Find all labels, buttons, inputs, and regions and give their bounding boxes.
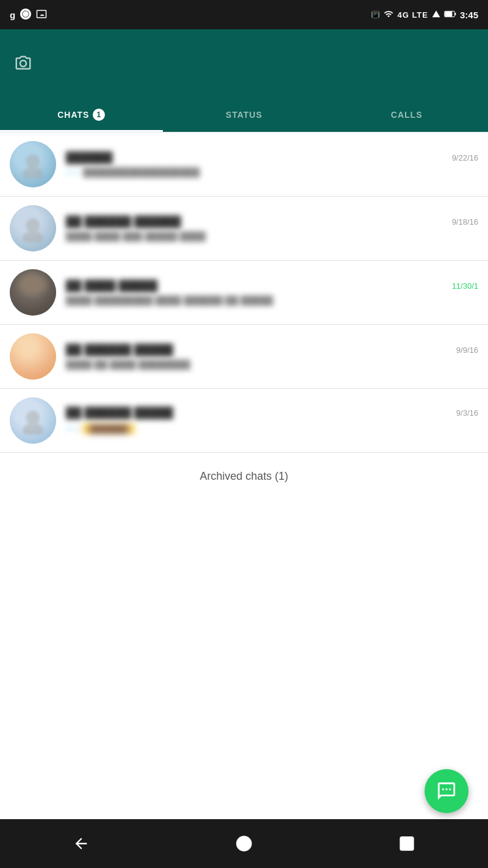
svg-point-9 xyxy=(237,836,251,850)
archived-chats-label: Archived chats (1) xyxy=(199,470,288,482)
g-icon: g xyxy=(10,10,15,20)
chat-preview: ████ █████████ ████ ██████ ██ █████ xyxy=(66,295,478,306)
chat-top-row: ██ ██████ ██████ 9/18/16 xyxy=(66,215,478,228)
avatar xyxy=(10,269,56,316)
chat-preview: ✓✓ ██████████████████ xyxy=(66,167,478,178)
svg-point-8 xyxy=(23,424,43,435)
svg-point-3 xyxy=(26,154,40,168)
svg-point-4 xyxy=(23,167,43,178)
avatar xyxy=(10,333,56,380)
chat-preview: ████ ██ ████ ████████ xyxy=(66,360,478,370)
chat-time: 9/3/16 xyxy=(456,408,478,418)
chat-top-row: ██ ████ █████ 11/30/1 xyxy=(66,280,478,292)
avatar xyxy=(10,205,56,251)
tab-chats-label: CHATS xyxy=(57,110,89,120)
home-button[interactable] xyxy=(226,825,262,862)
bottom-nav-bar xyxy=(0,819,488,868)
chat-time: 11/30/1 xyxy=(452,281,478,291)
signal-triangle-icon xyxy=(432,10,440,20)
chat-content: ██ ██████ ██████ 9/18/16 ████ ████ ███ █… xyxy=(66,215,478,242)
svg-point-5 xyxy=(26,219,40,232)
avatar xyxy=(10,141,56,187)
chat-time: 9/22/16 xyxy=(452,153,478,162)
back-button[interactable] xyxy=(63,825,99,862)
spacer xyxy=(0,500,488,819)
chat-item[interactable]: ██████ 9/22/16 ✓✓ ██████████████████ xyxy=(0,132,488,196)
lte-label: 4G LTE xyxy=(397,10,428,20)
vibrate-icon: 📳 xyxy=(371,10,380,19)
chat-time: 9/9/16 xyxy=(456,345,478,355)
sticker-preview: ███████ xyxy=(83,422,134,435)
svg-point-7 xyxy=(26,411,40,424)
main-content: ██████ 9/22/16 ✓✓ ██████████████████ ██ … xyxy=(0,132,488,819)
chat-name: ██ ██████ █████ xyxy=(66,344,451,356)
svg-rect-10 xyxy=(400,837,413,850)
avatar xyxy=(10,397,56,444)
chat-item[interactable]: ██ ██████ █████ 9/9/16 ████ ██ ████ ████… xyxy=(0,325,488,388)
status-bar-left-icons: g xyxy=(10,9,47,21)
new-chat-fab[interactable] xyxy=(425,769,468,813)
recents-button[interactable] xyxy=(389,825,425,862)
tab-calls[interactable]: CALLS xyxy=(325,98,488,132)
status-bar-right-icons: 📳 4G LTE 3:45 xyxy=(371,9,478,21)
app-header xyxy=(0,29,488,98)
chat-item[interactable]: ██ ████ █████ 11/30/1 ████ █████████ ███… xyxy=(0,261,488,324)
chat-preview: ████ ████ ███ █████ ████ xyxy=(66,231,478,242)
chat-item[interactable]: ██ ██████ █████ 9/3/16 ✓✓ ███████ xyxy=(0,389,488,452)
camera-button[interactable] xyxy=(10,50,37,77)
double-check-icon: ✓✓ xyxy=(66,424,81,433)
chat-name: ██ ████ █████ xyxy=(66,280,447,292)
tab-bar: CHATS 1 STATUS CALLS xyxy=(0,98,488,132)
svg-rect-1 xyxy=(454,13,456,15)
chat-top-row: ██ ██████ █████ 9/3/16 xyxy=(66,407,478,419)
gallery-icon xyxy=(36,9,47,21)
tab-calls-label: CALLS xyxy=(391,110,423,120)
chat-top-row: ██ ██████ █████ 9/9/16 xyxy=(66,344,478,356)
tab-chats[interactable]: CHATS 1 xyxy=(0,98,163,132)
status-bar: g 📳 4G LTE 3:45 xyxy=(0,0,488,29)
chats-badge: 1 xyxy=(93,109,105,121)
chat-name: ██ ██████ ██████ xyxy=(66,215,447,228)
chat-top-row: ██████ 9/22/16 xyxy=(66,151,478,164)
chat-list: ██████ 9/22/16 ✓✓ ██████████████████ ██ … xyxy=(0,132,488,819)
archived-chats[interactable]: Archived chats (1) xyxy=(0,453,488,500)
double-check-icon: ✓✓ xyxy=(66,167,81,177)
tab-status[interactable]: STATUS xyxy=(163,98,326,132)
chat-name: ██ ██████ █████ xyxy=(66,407,451,419)
chat-content: ██████ 9/22/16 ✓✓ ██████████████████ xyxy=(66,151,478,178)
chat-content: ██ ██████ █████ 9/9/16 ████ ██ ████ ████… xyxy=(66,344,478,370)
chat-item[interactable]: ██ ██████ ██████ 9/18/16 ████ ████ ███ █… xyxy=(0,197,488,260)
chat-content: ██ ████ █████ 11/30/1 ████ █████████ ███… xyxy=(66,280,478,306)
chat-time: 9/18/16 xyxy=(452,217,478,226)
chat-preview: ✓✓ ███████ xyxy=(66,422,478,435)
svg-rect-2 xyxy=(445,12,452,16)
svg-point-6 xyxy=(23,231,43,242)
battery-icon xyxy=(444,10,456,20)
chat-name: ██████ xyxy=(66,151,447,164)
chat-content: ██ ██████ █████ 9/3/16 ✓✓ ███████ xyxy=(66,407,478,435)
signal-bars-icon xyxy=(384,9,393,21)
tab-status-label: STATUS xyxy=(226,110,262,120)
clock: 3:45 xyxy=(460,10,478,20)
whatsapp-status-icon xyxy=(20,9,31,21)
